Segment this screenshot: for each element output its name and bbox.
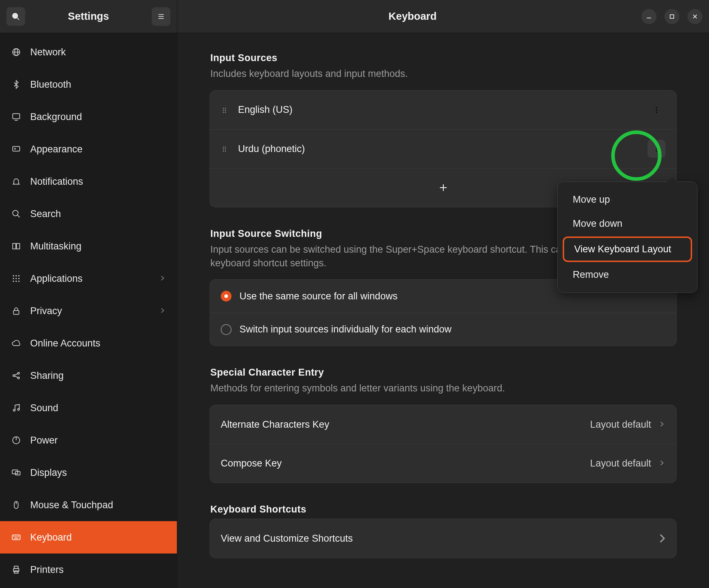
sidebar-item-label: Notifications <box>30 176 83 187</box>
sidebar-item-keyboard[interactable]: Keyboard <box>0 521 177 553</box>
window-controls <box>641 9 703 24</box>
globe-icon <box>11 47 22 58</box>
displays-icon <box>12 468 21 477</box>
keyboard-icon <box>12 533 21 542</box>
sidebar-item-bluetooth[interactable]: Bluetooth <box>0 68 177 101</box>
sidebar-item-privacy[interactable]: Privacy <box>0 295 177 327</box>
sidebar-item-label: Online Accounts <box>30 338 100 349</box>
popover-item-move-down[interactable]: Move down <box>563 212 692 235</box>
popover-item-view-layout[interactable]: View Keyboard Layout <box>563 236 692 262</box>
svg-rect-6 <box>670 15 674 18</box>
content-area: Input Sources Includes keyboard layouts … <box>177 33 709 588</box>
sidebar-item-label: Multitasking <box>30 241 82 252</box>
sidebar-item-displays[interactable]: Displays <box>0 456 177 489</box>
sidebar-item-label: Search <box>30 208 61 220</box>
monitor-icon <box>12 112 21 121</box>
maximize-icon <box>669 14 674 19</box>
hamburger-icon <box>157 13 165 20</box>
switching-option-label: Switch input sources individually for ea… <box>239 324 665 335</box>
appearance-icon <box>11 144 22 155</box>
sidebar-item-online-accounts[interactable]: Online Accounts <box>0 327 177 359</box>
drag-handle-icon <box>221 106 229 114</box>
sidebar-item-applications[interactable]: Applications <box>0 262 177 295</box>
special-title: Special Character Entry <box>210 367 677 378</box>
appearance-icon <box>12 144 21 154</box>
input-source-more-button[interactable] <box>648 101 665 119</box>
sidebar-item-label: Keyboard <box>30 532 72 543</box>
cloud-icon <box>12 339 21 348</box>
special-entry-value: Layout default <box>590 419 651 430</box>
music-icon <box>11 403 22 413</box>
view-shortcuts-row[interactable]: View and Customize Shortcuts <box>210 519 676 558</box>
sidebar-item-multitasking[interactable]: Multitasking <box>0 230 177 262</box>
sidebar-item-label: Applications <box>30 273 83 284</box>
share-icon <box>11 370 22 381</box>
chevron-right-icon <box>658 419 665 430</box>
sidebar-item-network[interactable]: Network <box>0 36 177 68</box>
special-entry-row[interactable]: Compose KeyLayout default <box>210 444 676 483</box>
apps-icon <box>11 273 22 284</box>
sidebar[interactable]: NetworkBluetoothBackgroundAppearanceNoti… <box>0 33 177 588</box>
window-minimize-button[interactable] <box>641 9 657 24</box>
cloud-icon <box>11 338 22 349</box>
sidebar-item-label: Sound <box>30 403 58 414</box>
special-entry-row[interactable]: Alternate Characters KeyLayout default <box>210 405 676 444</box>
sidebar-item-search[interactable]: Search <box>0 198 177 230</box>
sidebar-item-sharing[interactable]: Sharing <box>0 359 177 392</box>
radio-button[interactable] <box>221 291 232 302</box>
chevron-right-icon <box>658 421 665 428</box>
sidebar-item-background[interactable]: Background <box>0 101 177 133</box>
printer-icon <box>12 565 21 574</box>
sidebar-item-notifications[interactable]: Notifications <box>0 165 177 198</box>
titlebar-sidebar-header: Settings <box>0 0 177 33</box>
sidebar-item-label: Displays <box>30 467 67 478</box>
view-shortcuts-label: View and Customize Shortcuts <box>221 533 659 544</box>
special-entry-value: Layout default <box>590 458 651 469</box>
displays-icon <box>11 467 22 478</box>
sidebar-item-label: Mouse & Touchpad <box>30 500 113 511</box>
sidebar-item-label: Privacy <box>30 306 62 317</box>
sidebar-item-sound[interactable]: Sound <box>0 392 177 424</box>
sidebar-item-label: Printers <box>30 564 64 575</box>
popover-item-remove[interactable]: Remove <box>563 263 692 286</box>
chevron-right-icon <box>159 275 166 282</box>
window-maximize-button[interactable] <box>664 9 680 24</box>
special-desc: Methods for entering symbols and letter … <box>210 382 677 395</box>
drag-handle-icon <box>221 145 229 153</box>
multitask-icon <box>11 241 22 252</box>
popover-item-move-up[interactable]: Move up <box>563 188 692 211</box>
input-source-label: English (US) <box>238 104 648 115</box>
input-sources-title: Input Sources <box>210 52 677 64</box>
sidebar-item-label: Appearance <box>30 144 83 155</box>
page-title: Keyboard <box>184 10 641 22</box>
sidebar-item-label: Sharing <box>30 370 64 381</box>
window-close-button[interactable] <box>687 9 703 24</box>
drag-handle-icon[interactable] <box>221 106 229 114</box>
share-icon <box>12 371 21 380</box>
hamburger-menu-button[interactable] <box>152 7 170 26</box>
chevron-right-icon <box>159 306 166 317</box>
monitor-icon <box>11 111 22 122</box>
sidebar-item-power[interactable]: Power <box>0 424 177 456</box>
printer-icon <box>11 564 22 575</box>
drag-handle-icon[interactable] <box>221 144 229 153</box>
radio-button[interactable] <box>221 324 232 335</box>
sidebar-item-mouse[interactable]: Mouse & Touchpad <box>0 489 177 521</box>
bluetooth-icon <box>12 80 21 89</box>
plus-icon <box>438 183 448 193</box>
mouse-icon <box>11 500 22 510</box>
special-entry-label: Compose Key <box>221 458 590 469</box>
chevron-right-icon <box>159 273 166 284</box>
search-button[interactable] <box>6 7 25 26</box>
switching-option-row[interactable]: Switch input sources individually for ea… <box>210 313 676 346</box>
sidebar-item-label: Power <box>30 435 58 446</box>
globe-icon <box>12 47 21 57</box>
sidebar-item-appearance[interactable]: Appearance <box>0 133 177 165</box>
sidebar-item-printers[interactable]: Printers <box>0 553 177 586</box>
input-source-more-button[interactable] <box>648 140 665 158</box>
input-source-menu-popover: Move upMove downView Keyboard LayoutRemo… <box>557 182 697 293</box>
shortcuts-card: View and Customize Shortcuts <box>210 519 677 558</box>
power-icon <box>11 435 22 446</box>
minimize-icon <box>646 14 652 19</box>
close-icon <box>692 14 697 19</box>
